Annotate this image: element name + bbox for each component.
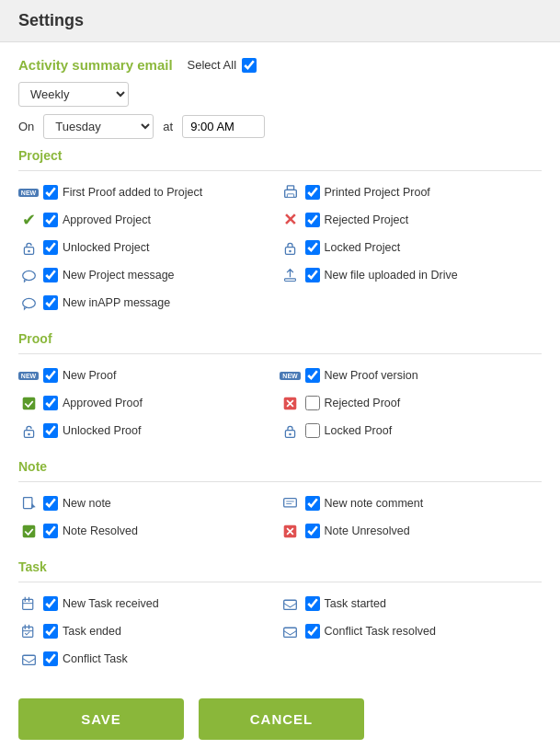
new-inapp-message-checkbox[interactable] <box>43 295 58 310</box>
rejected-project-checkbox[interactable] <box>305 213 320 227</box>
cancel-button[interactable]: CANCEL <box>199 698 364 740</box>
task-ended-label: Task ended <box>63 625 121 638</box>
new-file-uploaded-label: New file uploaded in Drive <box>325 269 458 282</box>
list-item: Rejected Proof <box>280 391 543 415</box>
new-note-label: New note <box>63 497 111 510</box>
locked-proof-label: Locked Proof <box>325 424 393 437</box>
svg-rect-17 <box>284 498 297 506</box>
printed-proof-checkbox[interactable] <box>305 185 320 200</box>
new-note-comment-checkbox[interactable] <box>305 496 320 511</box>
svg-point-6 <box>289 249 291 252</box>
svg-point-13 <box>28 432 30 435</box>
rejected-proof-icon <box>280 393 301 413</box>
unlocked-project-checkbox[interactable] <box>43 240 58 255</box>
printed-proof-label: Printed Project Proof <box>325 186 430 199</box>
list-item: Unlocked Proof <box>18 419 280 443</box>
frequency-row: Weekly Daily Monthly <box>18 82 542 107</box>
locked-proof-checkbox[interactable] <box>305 423 320 438</box>
note-comment-icon <box>280 493 301 513</box>
proof-section-label: Proof <box>18 331 542 346</box>
activity-email-header: Activity summary email Select All <box>18 57 542 73</box>
list-item: Locked Project <box>280 236 543 259</box>
upload-icon <box>280 265 301 285</box>
proof-section: Proof NEW New Proof NEW New Proof versio… <box>18 331 542 443</box>
rejected-project-label: Rejected Project <box>325 213 409 226</box>
project-section-label: Project <box>18 148 542 163</box>
list-item: New Project message <box>18 263 280 287</box>
first-proof-checkbox[interactable] <box>43 185 58 200</box>
first-proof-label: First Proof added to Project <box>63 186 202 199</box>
svg-rect-27 <box>22 627 32 637</box>
list-item: New file uploaded in Drive <box>280 263 543 287</box>
approved-proof-checkbox[interactable] <box>43 396 58 410</box>
new-project-message-checkbox[interactable] <box>43 268 58 282</box>
task-section: Task New Task received Task started Task… <box>18 559 542 671</box>
note-resolved-label: Note Resolved <box>63 524 138 537</box>
activity-email-title: Activity summary email <box>18 57 173 73</box>
conflict-task-checkbox[interactable] <box>43 651 58 666</box>
locked-project-checkbox[interactable] <box>305 240 320 255</box>
note-resolved-checkbox[interactable] <box>43 524 58 538</box>
new-project-message-label: New Project message <box>63 269 175 282</box>
svg-rect-22 <box>22 599 32 609</box>
note-resolved-icon <box>18 521 39 541</box>
note-unresolved-checkbox[interactable] <box>305 524 320 538</box>
unlocked-proof-icon <box>18 421 39 441</box>
new-badge-icon: NEW <box>18 182 39 202</box>
new-proof-checkbox[interactable] <box>43 368 58 383</box>
svg-rect-1 <box>287 186 293 190</box>
task-started-label: Task started <box>325 597 386 610</box>
task-received-icon <box>18 593 39 614</box>
svg-point-4 <box>28 249 30 252</box>
x-red-icon: ✕ <box>280 210 301 230</box>
list-item: NEW New Proof <box>18 363 280 387</box>
list-item: ✔ Approved Project <box>18 208 280 232</box>
new-inapp-message-label: New inAPP message <box>63 296 170 309</box>
day-time-row: On Monday Tuesday Wednesday Thursday Fri… <box>18 114 542 139</box>
task-section-label: Task <box>18 559 542 574</box>
select-all-checkbox[interactable] <box>242 58 257 73</box>
save-button[interactable]: SAVE <box>18 698 184 740</box>
svg-point-7 <box>22 271 35 280</box>
unlocked-proof-checkbox[interactable] <box>43 423 58 438</box>
locked-project-label: Locked Project <box>325 241 401 254</box>
svg-rect-16 <box>23 497 31 508</box>
list-item: Printed Project Proof <box>280 180 543 204</box>
list-item: Conflict Task resolved <box>280 619 543 643</box>
new-note-checkbox[interactable] <box>43 496 58 511</box>
new-file-uploaded-checkbox[interactable] <box>305 268 320 282</box>
approved-proof-icon <box>18 393 39 413</box>
new-task-received-checkbox[interactable] <box>43 596 58 611</box>
svg-point-15 <box>289 432 291 435</box>
proof-items-grid: NEW New Proof NEW New Proof version Appr… <box>18 363 542 443</box>
on-label: On <box>18 120 34 133</box>
conflict-task-resolved-checkbox[interactable] <box>305 624 320 639</box>
conflict-task-label: Conflict Task <box>63 652 128 665</box>
task-ended-icon <box>18 621 39 641</box>
note-unresolved-label: Note Unresolved <box>325 524 410 537</box>
lock-blue-icon <box>280 237 301 258</box>
note-section-label: Note <box>18 459 542 474</box>
list-item: New note comment <box>280 491 543 515</box>
approved-project-checkbox[interactable] <box>43 213 58 227</box>
day-select[interactable]: Monday Tuesday Wednesday Thursday Friday <box>43 114 154 139</box>
project-items-grid: NEW First Proof added to Project Printed… <box>18 180 542 315</box>
list-item: Note Unresolved <box>280 519 543 543</box>
header: Settings <box>0 0 560 42</box>
list-item: New Task received <box>18 592 280 616</box>
message-icon <box>18 265 39 285</box>
task-ended-checkbox[interactable] <box>43 624 58 639</box>
list-item: Approved Proof <box>18 391 280 415</box>
frequency-select[interactable]: Weekly Daily Monthly <box>18 82 129 107</box>
new-proof-version-checkbox[interactable] <box>305 368 320 383</box>
new-note-comment-label: New note comment <box>325 497 424 510</box>
rejected-proof-checkbox[interactable] <box>305 396 320 410</box>
task-started-checkbox[interactable] <box>305 596 320 611</box>
locked-proof-icon <box>280 421 301 441</box>
list-item: Task ended <box>18 619 280 643</box>
task-started-icon <box>280 593 301 614</box>
unlocked-proof-label: Unlocked Proof <box>63 424 141 437</box>
inapp-message-icon <box>18 293 39 313</box>
time-input[interactable] <box>182 115 265 138</box>
check-green-icon: ✔ <box>18 210 39 230</box>
